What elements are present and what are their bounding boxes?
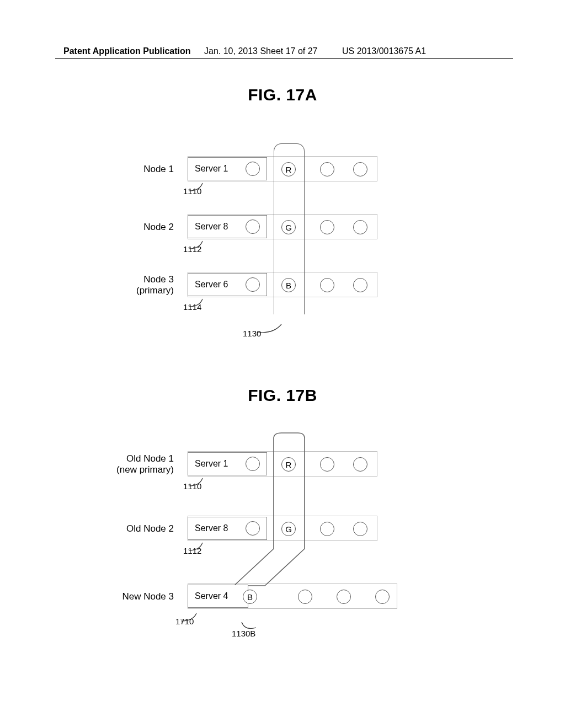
slot-empty-icon xyxy=(320,278,334,292)
slot-empty-icon xyxy=(375,590,390,604)
server-name: Server 1 xyxy=(195,164,228,174)
slot-empty-icon xyxy=(353,162,367,176)
header-left: Patent Application Publication xyxy=(63,46,191,56)
server-circle-icon xyxy=(246,162,260,176)
slot-letter: B xyxy=(281,278,296,292)
figure-a-diagram: Node 1 Server 1 R Node 2 Server 8 G Node… xyxy=(0,130,565,350)
figure-a-title: FIG. 17A xyxy=(0,85,565,104)
slot-empty-icon xyxy=(320,162,334,176)
server-name: Server 1 xyxy=(195,459,228,469)
slot-empty-icon xyxy=(337,590,351,604)
slot-empty-icon xyxy=(353,522,367,536)
server-name: Server 8 xyxy=(195,222,228,232)
server-name: Server 6 xyxy=(195,280,228,290)
slot-empty-icon xyxy=(320,220,334,234)
slot-empty-icon xyxy=(320,457,334,472)
header-mid: Jan. 10, 2013 Sheet 17 of 27 xyxy=(204,46,318,56)
node-label: Node 2 xyxy=(77,222,174,233)
header-right: US 2013/0013675 A1 xyxy=(342,46,426,56)
node-label: Node 3 (primary) xyxy=(77,274,174,297)
server-box: Server 4 xyxy=(188,585,248,608)
slot-letter: G xyxy=(281,522,296,536)
server-name: Server 4 xyxy=(195,591,228,601)
figure-b-title: FIG. 17B xyxy=(0,386,565,405)
slot-empty-icon xyxy=(320,522,334,536)
slot-letter: R xyxy=(281,162,296,176)
server-box: Server 6 xyxy=(188,273,267,296)
slot-empty-icon xyxy=(353,220,367,234)
server-box: Server 8 xyxy=(188,517,267,540)
server-circle-icon xyxy=(246,521,260,536)
server-circle-icon xyxy=(246,220,260,234)
server-box: Server 1 xyxy=(188,157,267,180)
node-label: Node 1 xyxy=(77,164,174,175)
figure-b-diagram: Old Node 1 (new primary) Server 1 R Old … xyxy=(0,425,565,667)
slot-empty-icon xyxy=(353,457,367,472)
slot-empty-icon xyxy=(298,590,312,604)
slot-letter: R xyxy=(281,457,296,472)
slot-letter: B xyxy=(243,590,257,604)
slot-letter: G xyxy=(281,220,296,234)
server-circle-icon xyxy=(246,277,260,292)
slot-empty-icon xyxy=(353,278,367,292)
server-name: Server 8 xyxy=(195,523,228,533)
server-box: Server 1 xyxy=(188,452,267,475)
header-rule xyxy=(55,58,513,59)
server-box: Server 8 xyxy=(188,215,267,238)
server-circle-icon xyxy=(246,457,260,471)
